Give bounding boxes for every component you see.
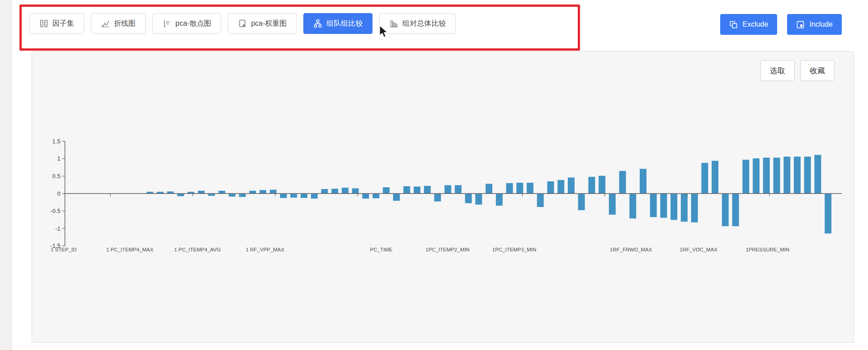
group-compare-icon — [313, 19, 322, 28]
bar-chart: 1.510.50-0.5-1-1.51 STEP_ID1 PC_ITEMP4_M… — [32, 52, 854, 342]
pca-scatter-icon — [162, 19, 171, 28]
bar[interactable] — [588, 177, 595, 194]
bar[interactable] — [578, 194, 585, 210]
bar[interactable] — [424, 186, 431, 194]
bar[interactable] — [311, 194, 318, 199]
bar[interactable] — [547, 181, 554, 194]
bar[interactable] — [259, 190, 266, 194]
exclude-button[interactable]: Exclude — [720, 14, 777, 35]
bar[interactable] — [496, 194, 503, 206]
svg-text:1 STEP_ID: 1 STEP_ID — [51, 247, 76, 252]
bar[interactable] — [465, 194, 472, 203]
bar[interactable] — [403, 186, 410, 194]
line-chart-icon — [101, 19, 110, 28]
svg-text:1RF_VDC_MAX: 1RF_VDC_MAX — [680, 247, 718, 252]
line-chart-button[interactable]: 折线图 — [91, 13, 146, 34]
exclude-button-label: Exclude — [742, 20, 768, 28]
bar[interactable] — [249, 191, 256, 194]
bar[interactable] — [599, 176, 605, 194]
include-icon — [796, 20, 805, 29]
bar[interactable] — [814, 155, 821, 194]
bar[interactable] — [619, 171, 626, 194]
svg-text:-1: -1 — [55, 225, 61, 232]
favorite-button[interactable]: 收藏 — [800, 60, 835, 81]
bar[interactable] — [239, 194, 246, 197]
svg-text:1: 1 — [57, 155, 60, 162]
bar[interactable] — [342, 188, 349, 194]
bar[interactable] — [691, 194, 698, 222]
bar[interactable] — [331, 189, 338, 194]
bar[interactable] — [301, 194, 307, 198]
toolbar-button-label: pca-散点图 — [175, 19, 211, 28]
bar[interactable] — [527, 183, 533, 194]
bar[interactable] — [804, 156, 811, 194]
svg-text:1 PC_ITEMP4_MAX: 1 PC_ITEMP4_MAX — [106, 247, 154, 252]
bar[interactable] — [444, 185, 451, 194]
histogram-icon — [389, 19, 398, 28]
chart-panel: 选取 收藏 1.510.50-0.5-1-1.51 STEP_ID1 PC_IT… — [32, 51, 854, 343]
bar[interactable] — [609, 194, 616, 215]
svg-text:PC_TIME: PC_TIME — [370, 247, 393, 252]
toolbar-button-label: 因子集 — [52, 19, 74, 28]
bar[interactable] — [763, 158, 770, 194]
toolbar-button-label: pca-权重图 — [251, 19, 287, 28]
svg-text:1 PC_ITEMP4_AVG: 1 PC_ITEMP4_AVG — [174, 247, 221, 252]
svg-text:1PRESSURE_MIN: 1PRESSURE_MIN — [745, 247, 789, 252]
bar[interactable] — [218, 191, 225, 194]
exclude-icon — [729, 20, 738, 29]
bar[interactable] — [208, 194, 215, 196]
bar[interactable] — [681, 194, 688, 222]
bar[interactable] — [270, 190, 277, 194]
bar[interactable] — [280, 194, 287, 198]
bar[interactable] — [321, 189, 328, 194]
toolbar-button-label: 组队组比较 — [326, 19, 363, 28]
toolbar-button-label: 组对总体比较 — [402, 19, 446, 28]
bar[interactable] — [506, 183, 513, 194]
bar[interactable] — [455, 185, 462, 194]
group-vs-total-button[interactable]: 组对总体比较 — [379, 13, 456, 34]
svg-text:1PC_ITEMP2_MIN: 1PC_ITEMP2_MIN — [425, 247, 469, 252]
svg-text:1.5: 1.5 — [52, 138, 61, 145]
bar[interactable] — [794, 156, 801, 194]
bar[interactable] — [177, 194, 184, 196]
bar[interactable] — [373, 194, 379, 199]
bar[interactable] — [825, 194, 831, 234]
bar[interactable] — [712, 161, 718, 194]
bar[interactable] — [393, 194, 400, 201]
bar[interactable] — [557, 180, 564, 194]
svg-text:1RF_FRWD_MAX: 1RF_FRWD_MAX — [610, 247, 652, 252]
pca-scatter-button[interactable]: pca-散点图 — [152, 13, 221, 34]
bar[interactable] — [383, 187, 390, 194]
bar[interactable] — [660, 194, 667, 218]
bar[interactable] — [568, 178, 575, 194]
bar[interactable] — [290, 194, 297, 198]
bar[interactable] — [629, 194, 636, 219]
svg-text:1PC_ITEMP3_MIN: 1PC_ITEMP3_MIN — [492, 247, 536, 252]
bar[interactable] — [229, 194, 236, 197]
bar[interactable] — [670, 194, 677, 220]
bar[interactable] — [753, 158, 760, 194]
bar[interactable] — [732, 194, 739, 227]
bar[interactable] — [516, 183, 523, 194]
svg-text:1 RF_VPP_MAX: 1 RF_VPP_MAX — [246, 247, 285, 252]
bar[interactable] — [486, 184, 492, 194]
bar[interactable] — [537, 194, 544, 207]
bar[interactable] — [650, 194, 657, 218]
bar[interactable] — [640, 169, 646, 194]
bar[interactable] — [362, 194, 369, 199]
bar[interactable] — [198, 191, 205, 194]
bar[interactable] — [352, 188, 359, 194]
chart-type-toolbar: 因子集 折线图 pca-散点图 pca-权重图 组队组比较 组对总体比较 — [29, 13, 456, 34]
bar[interactable] — [414, 187, 420, 194]
bar[interactable] — [722, 194, 729, 227]
bar[interactable] — [701, 163, 708, 194]
bar[interactable] — [774, 158, 780, 194]
bar[interactable] — [475, 194, 482, 205]
bar[interactable] — [742, 160, 749, 194]
select-button[interactable]: 选取 — [760, 60, 795, 81]
include-button[interactable]: Include — [787, 14, 842, 35]
factor-set-button[interactable]: 因子集 — [29, 13, 84, 34]
group-vs-group-button[interactable]: 组队组比较 — [303, 13, 373, 34]
bar[interactable] — [783, 156, 790, 194]
pca-weight-button[interactable]: pca-权重图 — [228, 13, 297, 34]
